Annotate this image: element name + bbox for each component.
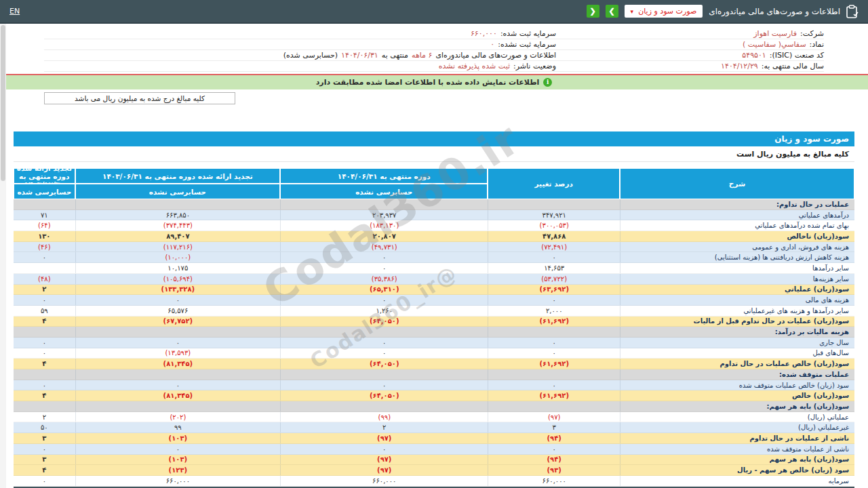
nav-next-button[interactable]: ❯	[606, 5, 618, 18]
value-cell: (۱۰,۰۰۰)	[75, 252, 281, 262]
nav-prev-button[interactable]: ❮	[587, 5, 599, 18]
en-language-link[interactable]: EN	[9, 7, 20, 16]
info-value: فارسیت اهواز	[753, 29, 797, 38]
value-cell: (۲۰۲)	[75, 412, 281, 422]
value-cell: ۳۴۷,۹۲۱	[488, 210, 620, 220]
table-row: سود(زیان) عملیات در حال تداوم قبل از مال…	[14, 317, 854, 327]
column-header-current-period: دوره منتهی به ۱۴۰۴/۰۶/۳۱	[280, 168, 488, 184]
info-text-segment: منتهی به	[382, 51, 408, 60]
info-text-segment: اطلاعات و صورت‌های مالی میاندوره‌ای	[435, 51, 556, 60]
value-cell: ۹۹	[75, 422, 281, 432]
value-cell: ۰	[280, 263, 488, 273]
table-row: غیرعملیاتي (ریال)۳۲۹۹۵۰	[14, 422, 854, 433]
value-cell: (۳۰۰,۰۵۳)	[488, 220, 620, 230]
table-row: سود(زیان) خالص عملیات در حال تداوم(۶۱,۶۹…	[14, 359, 854, 369]
value-cell: ۱۴,۶۵۳	[488, 263, 620, 273]
value-cell: ۰	[75, 295, 281, 305]
chevron-down-icon: ▾	[631, 8, 634, 15]
value-cell: (۶۴,۰۵۰)	[280, 390, 488, 401]
value-cell: (۶۴,۰۵۰)	[280, 317, 488, 327]
info-pair: سرمایه ثبت نشده:۰	[44, 40, 556, 49]
info-label: شرکت:	[800, 29, 824, 38]
page-title: اطلاعات و صورت‌های مالی میاندوره‌ای	[709, 7, 840, 16]
value-cell: ۰	[14, 338, 75, 348]
table-body: عملیات در حال تداوم:درآمدهای عملیاتي۳۴۷,…	[14, 199, 854, 487]
value-cell: (۹۴)	[488, 433, 620, 443]
info-text-segment: (حسابرسی شده)	[283, 51, 338, 60]
value-cell: (۱۰۳)	[75, 455, 281, 465]
info-icon: i	[543, 78, 552, 87]
value-cell	[75, 199, 281, 209]
column-subheader-6m-audit-status: حسابرسی نشده	[75, 184, 281, 199]
value-cell	[14, 327, 75, 337]
value-cell	[14, 369, 75, 380]
value-cell: ۰	[75, 444, 281, 454]
value-cell	[75, 369, 281, 380]
value-cell: ۰	[75, 380, 281, 390]
table-row: هزینه کاهش ارزش دریافتنی ها (هزینه استثن…	[14, 252, 854, 263]
value-cell: (۶۱,۶۹۲)	[488, 390, 620, 401]
info-value: ۰	[490, 40, 494, 49]
row-label-cell: سایر هزینه‌ها	[620, 274, 854, 284]
value-cell: ۵۰	[14, 422, 75, 432]
info-label: نماد:	[810, 40, 824, 49]
value-cell	[280, 401, 488, 411]
value-cell: ۰	[75, 338, 281, 348]
value-cell: ۱۳۰	[14, 231, 75, 241]
value-cell: ۶۵,۵۷۶	[75, 306, 281, 316]
row-label-cell: هزینه مالیات بر درآمد:	[620, 327, 854, 337]
value-cell: ۰	[280, 295, 488, 305]
value-cell	[14, 263, 75, 273]
value-cell: ۰	[14, 476, 75, 486]
row-label-cell: سرمایه	[620, 476, 854, 486]
value-cell: ۳	[14, 433, 75, 443]
table-row: ناشی از عملیات متوقف شده۰۰۰۰	[14, 444, 854, 455]
value-cell: ۰	[280, 444, 488, 454]
column-header-percent-change: درصد تغییر	[488, 168, 620, 199]
table-row: سود(زیان) خالص(۶۱,۶۹۲)(۶۴,۰۵۰)(۸۱,۳۴۵)۴	[14, 390, 854, 401]
value-cell: (۱۰۵,۶۹۴)	[75, 274, 281, 284]
value-cell: ۲	[14, 285, 75, 295]
value-cell: ۴	[14, 465, 75, 475]
vertical-scrollbar[interactable]	[0, 24, 6, 488]
value-cell: (۱۳۳,۳۲۸)	[75, 285, 281, 295]
company-info-row: نماد:سفاسي( سفاسيت )سرمایه ثبت نشده:۰	[44, 39, 824, 50]
row-label-cell: سود(زیان) ناخالص	[620, 231, 854, 241]
table-row: سال جاری۰۰۰۰	[14, 338, 854, 348]
value-cell: ۰	[280, 338, 488, 348]
company-info-panel: شرکت:فارسیت اهوازسرمایه ثبت شده:۶۶۰,۰۰۰ن…	[44, 28, 824, 72]
company-info-row: کد صنعت (ISIC):۵۴۹۵۰۱اطلاعات و صورت‌های …	[44, 50, 824, 61]
row-label-cell: بهای تمام شده درآمدهای عملیاتي	[620, 220, 854, 230]
info-text-segment: ۶ ماهه	[412, 51, 432, 60]
table-row: عملیات در حال تداوم:	[14, 199, 854, 210]
value-cell: ۵۹	[14, 306, 75, 316]
info-label: کد صنعت (ISIC):	[770, 51, 824, 60]
value-cell: ۰	[488, 380, 620, 390]
value-cell: ۲,۰۰۰	[488, 306, 620, 316]
column-subheader-12m-audit-status: حسابرسی شده	[14, 184, 75, 199]
value-cell: (۶۱,۶۹۲)	[488, 359, 620, 369]
table-row: سال‌های قبل۰۰(۱۳,۵۹۳)۰	[14, 348, 854, 359]
table-row: سرمایه۶۶۰,۰۰۰۶۶۰,۰۰۰۶۶۰,۰۰۰۰	[14, 476, 854, 487]
value-cell	[488, 401, 620, 411]
value-cell	[75, 327, 281, 337]
table-row: ناشی از عملیات در حال تداوم(۹۴)(۹۷)(۱۰۳)…	[14, 433, 854, 444]
value-cell: ۰	[488, 348, 620, 359]
info-label: سال مالی منتهی به:	[762, 62, 824, 70]
value-cell	[280, 199, 488, 209]
value-cell: ۰	[14, 252, 75, 262]
row-label-cell: ناشی از عملیات متوقف شده	[620, 444, 854, 454]
info-pair: سال مالی منتهی به:۱۴۰۴/۱۲/۲۹	[556, 62, 824, 70]
value-cell: (۹۷)	[280, 433, 488, 443]
statement-type-select[interactable]: صورت سود و زیان ▾	[625, 5, 703, 18]
value-cell: (۹۹)	[280, 412, 488, 422]
info-text-segment: ۱۴۰۴/۰۶/۳۱	[341, 51, 378, 60]
value-cell: ۰	[488, 295, 620, 305]
value-cell: (۶۱,۶۹۲)	[488, 317, 620, 327]
table-row: درآمدهای عملیاتي۳۴۷,۹۲۱۲۰۳,۹۳۷۶۶۳,۸۵۰۷۱	[14, 210, 854, 221]
value-cell	[280, 327, 488, 337]
value-cell: (۶۴,۰۵۰)	[280, 359, 488, 369]
row-label-cell: عملیات متوقف شده:	[620, 369, 854, 380]
scrollbar-thumb[interactable]	[1, 25, 5, 181]
value-cell: (۶۷,۷۵۲)	[75, 317, 281, 327]
